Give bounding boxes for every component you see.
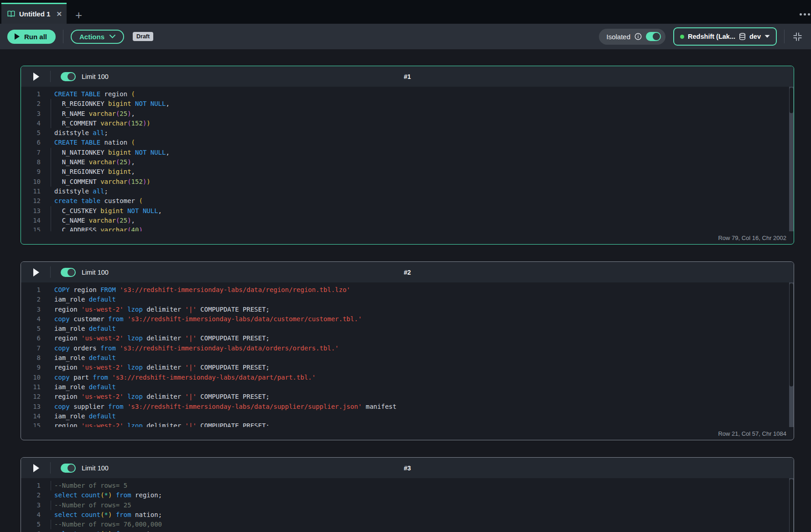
line-content: iam_role default [54,295,116,304]
token-ty: bigint [100,207,124,214]
token-pl: , [166,100,169,107]
line-number: 7 [21,344,41,353]
line-content: select count(*) from region; [54,490,162,500]
line-number: 12 [21,392,41,402]
limit-100-toggle[interactable] [61,464,76,473]
token-kw: select [54,491,78,499]
token-pl: ; [104,129,108,136]
token-pl: , [131,168,135,175]
line-content: N_NAME varchar(25), [54,157,135,167]
token-kw: default [89,325,116,332]
token-pl: region [54,364,81,371]
line-content: region 'us-west-2' lzop delimiter '|' CO… [54,421,270,427]
token-pl [124,422,127,427]
line-number: 1 [21,89,41,99]
token-ty: varchar [89,158,116,166]
scrollbar-track [789,282,794,427]
token-pl: , [131,158,135,166]
line-content: copy part from 's3://redshift-immersiond… [54,373,316,382]
token-st: 's3://redshift-immersionday-labs/data/pa… [112,374,316,381]
connection-status-icon [680,35,684,39]
run-cell-button[interactable] [30,73,42,81]
token-kw: NOT NULL [131,100,166,107]
limit-100-toggle[interactable] [61,72,76,81]
code-editor[interactable]: 1--Number of rows= 52select count(*) fro… [21,478,794,532]
line-content: C_NAME varchar(25), [54,216,135,225]
code-line: 15region 'us-west-2' lzop delimiter '|' … [21,421,794,427]
line-content: COPY region FROM 's3://redshift-immersio… [54,285,350,295]
tab-title: Untitled 1 [19,10,50,18]
token-pl: N_NATIONKEY [54,149,108,156]
token-kw: from [100,344,116,352]
close-tab-icon[interactable]: ✕ [56,10,62,18]
line-number: 9 [21,363,41,372]
code-editor[interactable]: 1COPY region FROM 's3://redshift-immersi… [21,282,794,427]
indent-guide [51,501,51,510]
scrollbar-thumb[interactable] [790,479,793,532]
token-st: 'us-west-2' [81,422,124,427]
token-kw: copy [54,315,70,323]
token-kw: from [108,315,124,323]
toggle-knob [653,33,660,40]
token-pl: N_REGIONKEY [54,168,108,175]
connection-selector[interactable]: Redshift (Lak... dev [673,27,777,46]
token-b2: ) [139,226,142,231]
chevron-down-icon [109,35,115,38]
actions-button[interactable]: Actions [71,30,124,44]
code-line: 11iam_role default [21,382,794,392]
toggle-knob [68,73,75,80]
collapse-all-icon[interactable] [791,30,804,43]
code-line: 1--Number of rows= 5 [21,481,794,490]
isolated-session-control: Isolated [599,29,666,45]
token-st: '|' [185,306,197,313]
token-pl: C_CUSTKEY [54,207,100,214]
token-pl: manifest [362,403,396,410]
limit-100-toggle[interactable] [61,268,76,277]
code-line: 14 C_NAME varchar(25), [21,216,794,225]
token-pl: iam_role [54,383,89,391]
new-tab-button[interactable]: + [75,9,82,21]
line-number: 2 [21,490,41,500]
limit-label: Limit 100 [82,269,109,276]
token-kw: default [89,296,116,303]
token-st: 'us-west-2' [81,364,124,371]
indent-guide [51,157,51,167]
line-number: 3 [21,305,41,314]
token-kw: CREATE TABLE [54,90,100,98]
token-pl [124,306,127,313]
run-all-button[interactable]: Run all [7,30,56,44]
indent-guide [51,216,51,225]
token-b1: ( [139,197,142,204]
line-content: CREATE TABLE nation ( [54,138,135,147]
code-line: 2 R_REGIONKEY bigint NOT NULL, [21,99,794,109]
token-kw: from [93,374,108,381]
code-line: 9 N_REGIONKEY bigint, [21,167,794,177]
notebook-toolbar: Run all Actions Draft Isolated Redshift … [0,24,811,49]
line-content: iam_role default [54,353,116,363]
scrollbar-thumb[interactable] [790,88,793,113]
run-cell-button[interactable] [30,464,42,472]
token-pl: delimiter [143,306,185,313]
token-nu: 152 [131,178,143,185]
token-pl: C_ADDRESS [54,226,100,231]
scrollbar-thumb[interactable] [790,283,793,386]
token-st: '|' [185,393,197,400]
token-pl: customer [100,197,139,204]
line-content: diststyle all; [54,187,108,196]
token-op: * [104,511,108,518]
token-ty: bigint [108,100,131,107]
info-icon[interactable] [634,33,642,40]
more-tabs-icon[interactable] [800,13,810,16]
token-pl [78,530,81,532]
tab-untitled-1[interactable]: Untitled 1 ✕ [1,3,67,24]
scrollbar-track [789,478,794,532]
run-cell-button[interactable] [30,268,42,276]
chevron-down-icon [764,35,770,38]
token-kw: copy [54,403,70,410]
token-pl: , [131,110,135,117]
code-line: 13 C_CUSTKEY bigint NOT NULL, [21,206,794,216]
code-line: 6select count(*) from customer; [21,529,794,532]
code-editor[interactable]: 1CREATE TABLE region (2 R_REGIONKEY bigi… [21,87,794,231]
line-number: 5 [21,520,41,529]
isolated-toggle[interactable] [646,32,661,41]
